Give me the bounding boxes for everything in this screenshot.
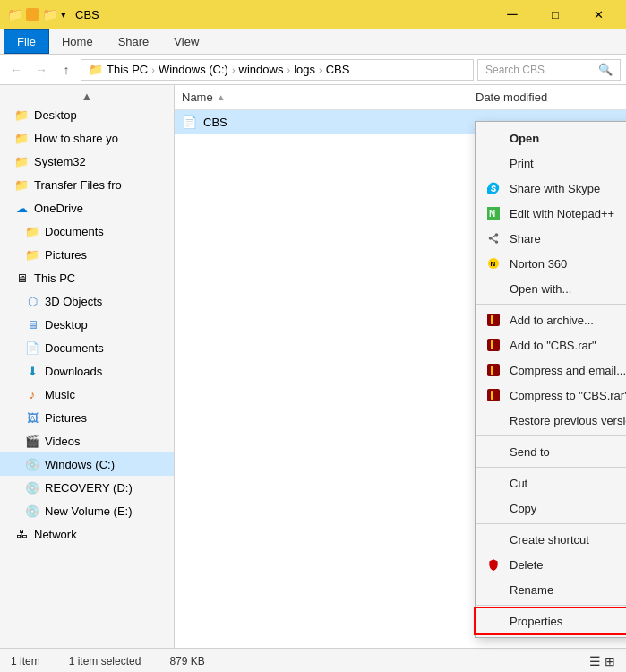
sidebar-item-new-volume-e[interactable]: 💿 New Volume (E:) bbox=[0, 499, 174, 522]
ribbon: File Home Share View bbox=[0, 29, 626, 55]
title-controls: ─ □ ✕ bbox=[492, 0, 619, 29]
back-button[interactable]: ← bbox=[5, 59, 27, 81]
sidebar-item-thispc[interactable]: 🖥 This PC bbox=[0, 266, 174, 289]
ctx-send-to-label: Send to bbox=[510, 445, 550, 459]
ctx-print-icon bbox=[486, 156, 501, 170]
file-name-cbs: CBS bbox=[203, 116, 468, 129]
sort-by-date[interactable]: Date modified bbox=[476, 90, 619, 104]
ctx-restore-versions[interactable]: Restore previous versions bbox=[476, 408, 626, 433]
onedrive-pics-icon: 📁 bbox=[25, 247, 39, 262]
sep3: › bbox=[287, 65, 290, 75]
ctx-cut[interactable]: Cut bbox=[476, 470, 626, 495]
ctx-compress-email[interactable]: Compress and email... bbox=[476, 358, 626, 383]
ctx-sendto-icon bbox=[486, 444, 501, 459]
maximize-button[interactable]: □ bbox=[535, 0, 576, 29]
sidebar-item-documents2[interactable]: 📄 Documents bbox=[0, 336, 174, 359]
sidebar-label-pictures2: Pictures bbox=[45, 411, 87, 425]
tab-share[interactable]: Share bbox=[106, 29, 162, 54]
ctx-norton[interactable]: N Norton 360 › bbox=[476, 251, 626, 276]
ctx-print[interactable]: Print bbox=[476, 151, 626, 176]
sidebar-item-onedrive[interactable]: ☁ OneDrive bbox=[0, 196, 174, 220]
minimize-button[interactable]: ─ bbox=[492, 0, 533, 29]
sidebar-item-onedrive-documents[interactable]: 📁 Documents bbox=[0, 220, 174, 243]
ctx-rename-label: Rename bbox=[510, 583, 553, 597]
ctx-send-to[interactable]: Send to › bbox=[476, 439, 626, 464]
downloads-icon: ⬇ bbox=[25, 364, 39, 378]
ctx-add-cbsrar[interactable]: Add to "CBS.rar" bbox=[476, 332, 626, 358]
sidebar-scroll-up[interactable]: ▲ bbox=[0, 89, 174, 103]
tab-view[interactable]: View bbox=[161, 29, 211, 54]
sidebar-item-system32[interactable]: 📁 System32 bbox=[0, 150, 174, 173]
sidebar-item-desktop[interactable]: 📁 Desktop bbox=[0, 103, 174, 126]
forward-button[interactable]: → bbox=[30, 59, 52, 81]
videos-icon: 🎬 bbox=[25, 434, 39, 448]
sidebar-item-howtoshare[interactable]: 📁 How to share yo bbox=[0, 126, 174, 150]
sep4: › bbox=[319, 65, 322, 75]
ctx-rename[interactable]: Rename bbox=[476, 577, 626, 602]
svg-text:N: N bbox=[491, 260, 496, 268]
ctx-share-label: Share bbox=[510, 232, 541, 246]
tab-file[interactable]: File bbox=[4, 29, 49, 54]
ctx-copy-label: Copy bbox=[510, 502, 536, 515]
ctx-open-label: Open bbox=[510, 132, 539, 145]
search-box[interactable]: Search CBS 🔍 bbox=[477, 59, 621, 81]
sidebar-item-network[interactable]: 🖧 Network bbox=[0, 522, 174, 546]
ctx-notepad-plus[interactable]: N Edit with Notepad++ bbox=[476, 201, 626, 226]
ctx-open-with[interactable]: Open with... bbox=[476, 276, 626, 301]
address-path-display[interactable]: 📁 This PC › Windows (C:) › windows › log… bbox=[81, 59, 474, 81]
sort-by-name[interactable]: Name ▲ bbox=[182, 90, 468, 104]
sidebar-item-windows-c[interactable]: 💿 Windows (C:) bbox=[0, 452, 174, 476]
ctx-copy[interactable]: Copy bbox=[476, 495, 626, 521]
title-bar-icons: 📁 📁 ▾ bbox=[7, 7, 66, 22]
ctx-sep3 bbox=[476, 467, 626, 468]
up-button[interactable]: ↑ bbox=[56, 59, 77, 81]
share-icon bbox=[486, 231, 501, 246]
ctx-properties[interactable]: Properties bbox=[476, 608, 626, 633]
sidebar-item-videos[interactable]: 🎬 Videos bbox=[0, 429, 174, 452]
tab-home[interactable]: Home bbox=[49, 29, 106, 54]
sidebar-item-recovery-d[interactable]: 💿 RECOVERY (D:) bbox=[0, 476, 174, 499]
sidebar-item-onedrive-pictures[interactable]: 📁 Pictures bbox=[0, 243, 174, 266]
ctx-open[interactable]: Open bbox=[476, 125, 626, 151]
view-list-icon[interactable]: ☰ bbox=[589, 654, 601, 668]
sidebar-label-system32: System32 bbox=[34, 155, 86, 168]
thispc-icon: 🖥 bbox=[14, 271, 29, 285]
pictures2-icon: 🖼 bbox=[25, 410, 39, 425]
status-item-count: 1 item bbox=[11, 655, 40, 668]
svg-text:N: N bbox=[489, 209, 495, 219]
ctx-rename-icon bbox=[486, 582, 501, 597]
ctx-share-skype[interactable]: Share with Skype bbox=[476, 176, 626, 201]
ctx-compress-cbsrar-email[interactable]: Compress to "CBS.rar" and email bbox=[476, 383, 626, 408]
onedrive-icon: ☁ bbox=[14, 201, 29, 215]
sidebar-label-desktop: Desktop bbox=[34, 108, 77, 122]
ctx-print-label: Print bbox=[510, 157, 534, 170]
sidebar-item-downloads[interactable]: ⬇ Downloads bbox=[0, 359, 174, 383]
path-logs: logs bbox=[294, 63, 315, 76]
svg-rect-7 bbox=[491, 340, 493, 349]
sidebar-item-music[interactable]: ♪ Music bbox=[0, 383, 174, 406]
search-icon: 🔍 bbox=[598, 63, 613, 76]
sidebar-item-3dobjects[interactable]: ⬡ 3D Objects bbox=[0, 289, 174, 313]
ctx-compress-cbsrar-email-label: Compress to "CBS.rar" and email bbox=[510, 389, 626, 402]
close-button[interactable]: ✕ bbox=[578, 0, 619, 29]
music-icon: ♪ bbox=[25, 387, 39, 401]
sidebar-item-transferfiles[interactable]: 📁 Transfer Files fro bbox=[0, 173, 174, 196]
sidebar-label-recovery-d: RECOVERY (D:) bbox=[45, 481, 133, 495]
path-windows: windows bbox=[239, 63, 284, 76]
ctx-delete[interactable]: Delete bbox=[476, 552, 626, 577]
path-thispc: This PC bbox=[107, 63, 148, 76]
window-title: CBS bbox=[75, 8, 99, 22]
sidebar-label-howtoshare: How to share yo bbox=[34, 132, 118, 145]
view-details-icon[interactable]: ⊞ bbox=[605, 654, 615, 668]
ctx-create-shortcut-label: Create shortcut bbox=[510, 533, 589, 547]
ctx-share[interactable]: Share bbox=[476, 226, 626, 251]
ctx-restore-icon bbox=[486, 413, 501, 427]
sep1: › bbox=[151, 65, 155, 75]
sidebar-item-pictures2[interactable]: 🖼 Pictures bbox=[0, 406, 174, 429]
windows-c-icon: 💿 bbox=[25, 457, 39, 471]
ctx-restore-versions-label: Restore previous versions bbox=[510, 414, 626, 427]
sidebar-item-desktop2[interactable]: 🖥 Desktop bbox=[0, 313, 174, 336]
title-icon-3: 📁 bbox=[42, 7, 57, 22]
ctx-add-archive[interactable]: Add to archive... bbox=[476, 307, 626, 332]
ctx-create-shortcut[interactable]: Create shortcut bbox=[476, 527, 626, 552]
